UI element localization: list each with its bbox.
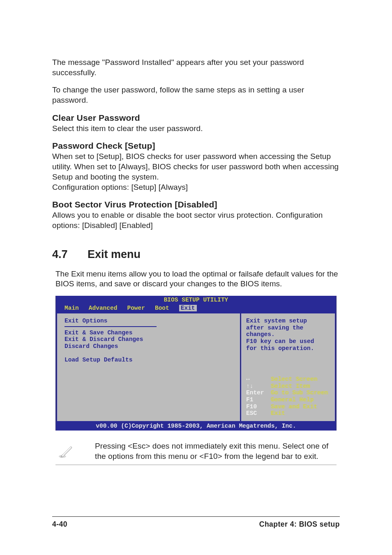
bios-nav-row: ↑↓Select Item [246,383,332,390]
bios-nav-label: Go to Sub Screen [271,389,328,396]
bios-screenshot: BIOS SETUP UTILITY Main Advanced Power B… [55,296,337,431]
bios-help-line: for this operation. [246,345,332,352]
bios-nav-row: ↔Select Screen [246,376,332,383]
paragraph: When set to [Setup], BIOS checks for use… [52,152,340,182]
bios-nav-row: F1General Help [246,396,332,403]
bios-footer: v00.00 (C)Copyright 1985-2003, American … [55,422,337,431]
bios-menu-item[interactable]: Discard Changes [65,343,233,350]
bios-nav-key: F1 [246,396,271,403]
bios-nav-row: ESCExit [246,410,332,417]
bios-nav-label: General Help [271,396,314,403]
bios-tab-main[interactable]: Main [65,305,79,311]
heading-password-check: Password Check [Setup] [52,141,340,151]
paragraph-config-options: Configuration options: [Setup] [Always] [52,182,340,193]
bios-nav-label: Select Item [271,383,310,390]
bios-nav-key: F10 [246,403,271,410]
bios-help-line: F10 key can be used [246,338,332,345]
bios-menu-item[interactable]: Exit & Discard Changes [65,336,233,343]
bios-nav-label: Save and Exit [271,403,317,410]
bios-nav-key: ↔ [246,376,271,383]
bios-help-line: Exit system setup [246,318,332,325]
bios-nav-row: F10Save and Exit [246,403,332,410]
page: The message "Password Installed" appears… [0,0,392,555]
bios-nav-help: ↔Select Screen ↑↓Select Item EnterGo to … [246,376,332,417]
bios-menu-item[interactable]: Load Setup Defaults [65,357,233,364]
bios-body: Exit Options Exit & Save Changes Exit & … [55,312,337,422]
heading-clear-user-password: Clear User Password [52,113,340,123]
paragraph: Select this item to clear the user passw… [52,124,340,134]
chapter-label: Chapter 4: BIOS setup [259,520,340,529]
bios-nav-key: Enter [246,389,271,396]
bios-help-line: changes. [246,331,332,338]
paragraph: To change the user password, follow the … [52,85,340,105]
page-number: 4-40 [52,520,67,529]
bios-help-text: Exit system setup after saving the chang… [246,318,332,376]
note-callout: Pressing <Esc> does not immediately exit… [55,441,337,465]
bios-help-line: after saving the [246,325,332,332]
bios-nav-key: ↑↓ [246,383,271,390]
bios-right-panel: Exit system setup after saving the chang… [241,312,335,422]
bios-left-header: Exit Options [65,318,157,327]
bios-tab-exit[interactable]: Exit [179,305,197,311]
bios-menu-item[interactable]: Exit & Save Changes [65,329,233,336]
section-title: Exit menu [88,248,141,260]
pencil-icon [55,441,80,459]
section-number: 4.7 [52,248,88,261]
bios-tabs: Main Advanced Power Boot Exit [55,304,337,312]
section-heading: 4.7Exit menu [52,248,340,261]
bios-nav-row: EnterGo to Sub Screen [246,389,332,396]
bios-title-bar: BIOS SETUP UTILITY [55,296,337,304]
bios-tab-boot[interactable]: Boot [155,305,169,311]
heading-boot-sector-virus: Boot Sector Virus Protection [Disabled] [52,200,340,210]
bios-left-panel: Exit Options Exit & Save Changes Exit & … [57,312,241,422]
main-content: The message "Password Installed" appears… [52,58,340,465]
bios-menu-spacer [65,350,233,357]
note-text: Pressing <Esc> does not immediately exit… [80,441,337,461]
section-intro: The Exit menu items allow you to load th… [52,269,340,289]
bios-nav-label: Exit [271,410,285,417]
paragraph: The message "Password Installed" appears… [52,58,340,78]
bios-tab-power[interactable]: Power [127,305,145,311]
bios-nav-label: Select Screen [271,376,317,383]
paragraph: Allows you to enable or disable the boot… [52,210,340,230]
bios-nav-key: ESC [246,410,271,417]
svg-line-2 [64,447,71,455]
bios-tab-advanced[interactable]: Advanced [89,305,118,311]
page-footer: 4-40 Chapter 4: BIOS setup [52,516,340,529]
